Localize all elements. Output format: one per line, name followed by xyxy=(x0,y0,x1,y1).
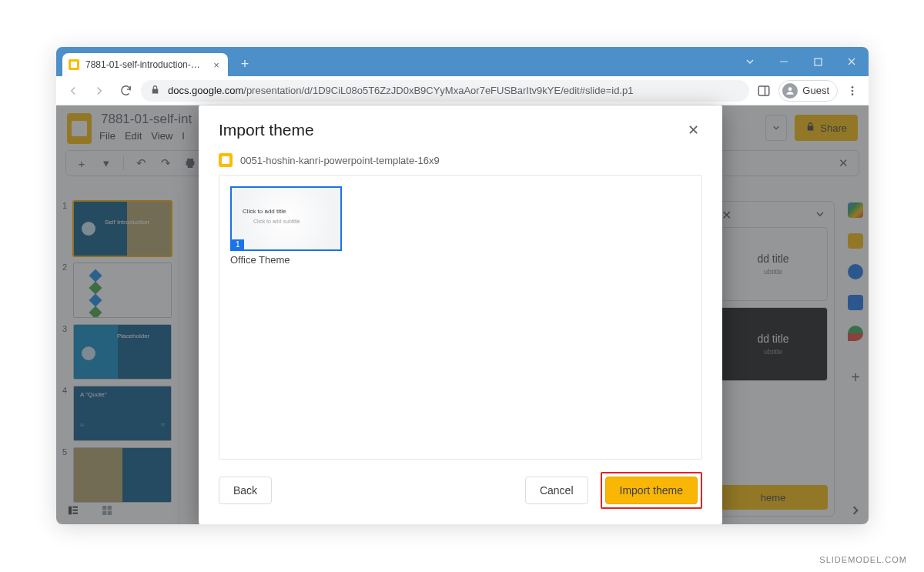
nav-back-button[interactable] xyxy=(62,80,84,102)
dialog-title: Import theme xyxy=(219,121,314,139)
dialog-source-file: 0051-hoshin-kanri-powerpoint-template-16… xyxy=(199,146,722,175)
tab-strip: 7881-01-self-introduction-powe × + xyxy=(56,47,733,76)
import-theme-button[interactable]: Import theme xyxy=(605,477,698,504)
cancel-button-label: Cancel xyxy=(540,484,574,497)
import-theme-dialog: Import theme ✕ 0051-hoshin-kanri-powerpo… xyxy=(199,105,722,524)
nav-reload-button[interactable] xyxy=(115,80,136,102)
theme-option[interactable]: Click to add title Click to add subtitle… xyxy=(230,186,342,266)
slides-file-icon xyxy=(219,153,233,167)
tutorial-highlight: Import theme xyxy=(601,472,702,509)
profile-chip[interactable]: Guest xyxy=(778,80,838,102)
svg-rect-1 xyxy=(815,59,822,65)
window-controls xyxy=(733,47,869,76)
browser-toolbar: docs.google.com/presentation/d/1D9CiL08o… xyxy=(56,76,869,105)
tab-close-button[interactable]: × xyxy=(211,59,222,70)
svg-point-6 xyxy=(852,89,854,92)
svg-point-7 xyxy=(852,93,854,95)
browser-menu-button[interactable] xyxy=(842,81,862,101)
thumb-title-hint: Click to add title xyxy=(243,208,286,215)
back-button-label: Back xyxy=(233,484,257,497)
back-button[interactable]: Back xyxy=(219,477,272,504)
thumb-subtitle-hint: Click to add subtitle xyxy=(253,219,300,224)
chevron-down-icon[interactable] xyxy=(733,47,767,76)
thumb-selected-badge: 1 xyxy=(232,239,244,249)
window-maximize-button[interactable] xyxy=(801,47,835,76)
theme-thumbnail[interactable]: Click to add title Click to add subtitle… xyxy=(230,186,342,251)
browser-tab-title: 7881-01-self-introduction-powe xyxy=(85,59,205,70)
svg-point-5 xyxy=(852,86,854,89)
watermark: SLIDEMODEL.COM xyxy=(819,555,907,564)
svg-rect-2 xyxy=(759,86,770,95)
profile-label: Guest xyxy=(802,85,829,96)
avatar-icon xyxy=(782,83,798,99)
cancel-button[interactable]: Cancel xyxy=(525,477,588,504)
nav-forward-button[interactable] xyxy=(89,80,110,102)
theme-caption: Office Theme xyxy=(230,254,342,266)
window-titlebar: 7881-01-self-introduction-powe × + xyxy=(56,47,869,76)
lock-icon xyxy=(150,85,160,97)
dialog-source-filename: 0051-hoshin-kanri-powerpoint-template-16… xyxy=(240,155,440,166)
dialog-close-button[interactable]: ✕ xyxy=(684,121,702,139)
browser-tab-active[interactable]: 7881-01-self-introduction-powe × xyxy=(62,53,228,76)
dialog-footer: Back Cancel Import theme xyxy=(199,460,722,524)
side-panel-toggle-icon[interactable] xyxy=(754,81,774,101)
window-minimize-button[interactable] xyxy=(767,47,801,76)
svg-point-4 xyxy=(788,87,792,91)
new-tab-button[interactable]: + xyxy=(236,55,254,73)
window-close-button[interactable] xyxy=(835,47,869,76)
url-text: docs.google.com/presentation/d/1D9CiL08o… xyxy=(168,85,633,96)
browser-window: 7881-01-self-introduction-powe × + xyxy=(56,47,869,524)
address-bar[interactable]: docs.google.com/presentation/d/1D9CiL08o… xyxy=(141,80,749,102)
import-theme-button-label: Import theme xyxy=(620,484,683,497)
slides-favicon-icon xyxy=(69,59,79,70)
theme-picker-grid: Click to add title Click to add subtitle… xyxy=(219,175,702,460)
